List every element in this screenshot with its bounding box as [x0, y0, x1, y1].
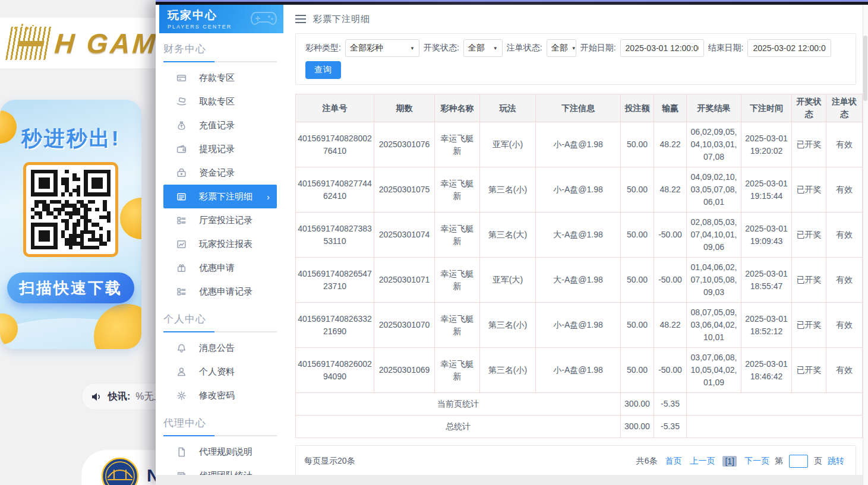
summary-row: 当前页统计300.00-5.35: [296, 393, 863, 416]
bet-cell: 有效: [826, 303, 863, 348]
search-button[interactable]: 查询: [305, 61, 341, 79]
bet-cell: 401569174082633221690: [296, 303, 374, 348]
first-page-link[interactable]: 首页: [665, 456, 681, 467]
column-header: 输赢: [654, 94, 687, 122]
sidebar-item-report-chart[interactable]: 玩家投注报表: [163, 232, 277, 256]
summary-bet-total: 300.00: [621, 393, 654, 416]
bet-cell: 04,09,02,10,03,05,07,08,06,01: [687, 167, 741, 213]
bet-cell: 48.22: [654, 167, 687, 213]
pagination-bar: 每页显示20条 共6条 首页 上一页 [1] 下一页 第 页 跳转: [295, 445, 856, 477]
bet-row: 40156917408263322169020250301070幸运飞艇新第三名…: [296, 303, 863, 348]
players-center-header: 玩家中心 PLAYERS CENTER: [159, 5, 283, 33]
jump-link[interactable]: 跳转: [828, 456, 844, 467]
chevron-down-icon: ▼: [410, 46, 415, 51]
prev-page-link[interactable]: 上一页: [690, 456, 715, 467]
bet-cell: 有效: [826, 122, 863, 167]
sidebar-item-purse[interactable]: 资金记录: [163, 161, 277, 185]
end-date-input[interactable]: [747, 39, 831, 57]
bet-cell: 第三名(小): [480, 348, 536, 393]
draw-status-select[interactable]: 全部 ▼: [463, 39, 503, 57]
jump-page-input[interactable]: [789, 455, 808, 468]
sidebar-item-label: 彩票下注明细: [199, 191, 252, 202]
top-band: [156, 0, 868, 5]
newspaper-icon: [176, 471, 187, 476]
chevron-down-icon: ▼: [493, 46, 498, 51]
sidebar-item-label: 代理规则说明: [199, 446, 252, 458]
bet-cell: 03,07,06,08,10,05,04,02,01,09: [687, 348, 741, 393]
bet-cell: 48.22: [654, 122, 687, 167]
bet-cell: 小-A盘@1.98: [536, 122, 621, 167]
sidebar-item-label: 取款专区: [199, 96, 235, 107]
sidebar-item-hall-list[interactable]: 厅室投注记录: [163, 208, 277, 232]
current-page-badge: [1]: [722, 456, 737, 467]
scrollbar-thumb[interactable]: [863, 36, 867, 101]
bet-cell: 第三名(大): [480, 213, 536, 258]
menu-toggle-icon[interactable]: [295, 15, 306, 23]
sidebar-item-bell[interactable]: 消息公告: [163, 336, 277, 360]
section-underline: [163, 61, 277, 62]
bet-cell: 幸运飞艇新: [435, 303, 480, 348]
money-bag-icon: [176, 121, 187, 131]
sidebar-item-money-bag[interactable]: 充值记录: [163, 113, 277, 137]
jump-suffix: 页: [814, 456, 822, 467]
sidebar-item-gift[interactable]: 优惠申请: [163, 256, 277, 280]
end-date-label: 结束日期:: [708, 43, 744, 53]
sidebar-item-label: 提现记录: [199, 144, 235, 155]
table-header-row: 注单号期数彩种名称玩法下注信息投注额输赢开奖结果下注时间开奖状态注单状态: [296, 94, 863, 122]
lottery-type-value: 全部彩种: [350, 43, 383, 53]
site-header-band: H GAME: [0, 18, 178, 68]
document-icon: [176, 447, 187, 457]
column-header: 注单号: [296, 94, 374, 122]
speaker-icon: [91, 392, 103, 402]
sidebar-section-title: 代理中心: [163, 416, 277, 430]
purse-icon: [176, 168, 187, 178]
column-header: 投注额: [621, 94, 654, 122]
bet-cell: 有效: [826, 258, 863, 303]
lottery-type-select[interactable]: 全部彩种 ▼: [345, 39, 419, 57]
bet-cell: 幸运飞艇新: [435, 258, 480, 303]
bet-cell: 20250301075: [374, 167, 435, 213]
sidebar-item-wallet[interactable]: 提现记录: [163, 137, 277, 161]
bet-status-value: 全部: [551, 43, 568, 53]
sidebar-item-bet-list[interactable]: 彩票下注明细›: [163, 185, 277, 208]
summary-winloss-total: -5.35: [654, 393, 687, 416]
bet-cell: 48.22: [654, 303, 687, 348]
summary-winloss-total: -5.35: [654, 416, 687, 438]
bet-status-select[interactable]: 全部 ▼: [547, 39, 576, 57]
sidebar-item-gear[interactable]: 修改密码: [163, 383, 277, 407]
bet-cell: 50.00: [621, 348, 654, 393]
hh-game-logo: H GAME: [8, 26, 178, 61]
bet-cell: 幸运飞艇新: [435, 213, 480, 258]
sidebar-item-label: 个人资料: [199, 366, 235, 378]
summary-bet-total: 300.00: [621, 416, 654, 438]
sidebar-item-document[interactable]: 代理规则说明: [163, 440, 277, 464]
bet-cell: 401569174082654723710: [296, 258, 374, 303]
sidebar-item-promo-list[interactable]: 优惠申请记录: [163, 280, 277, 303]
download-button[interactable]: 扫描快速下载: [7, 272, 134, 303]
decor-gold-circle: [120, 198, 141, 239]
bet-cell: 401569174082600294090: [296, 348, 374, 393]
summary-empty: [687, 416, 863, 438]
sidebar-item-person[interactable]: 个人资料: [163, 360, 277, 383]
bet-cell: 有效: [826, 348, 863, 393]
sidebar-item-label: 资金记录: [199, 167, 235, 179]
sidebar-item-deposit-card[interactable]: 存款专区: [163, 66, 277, 90]
next-page-link[interactable]: 下一页: [744, 456, 769, 467]
bet-cell: 小-A盘@1.98: [536, 348, 621, 393]
bet-table: 注单号期数彩种名称玩法下注信息投注额输赢开奖结果下注时间开奖状态注单状态 401…: [295, 94, 863, 438]
bet-cell: 20250301070: [374, 303, 435, 348]
bet-cell: 06,02,09,05,04,10,03,01,07,08: [687, 122, 741, 167]
bet-cell: 亚军(大): [480, 258, 536, 303]
sidebar-item-withdraw-hand[interactable]: 取款专区: [163, 90, 277, 113]
bet-cell: 2025-03-01 18:55:47: [741, 258, 792, 303]
filter-bar: 彩种类型: 全部彩种 ▼ 开奖状态: 全部 ▼ 注单状态: 全部 ▼: [295, 33, 856, 85]
bet-cell: 第三名(小): [480, 167, 536, 213]
bet-row: 40156917408273835311020250301074幸运飞艇新第三名…: [296, 213, 863, 258]
scrollbar[interactable]: [863, 5, 868, 485]
summary-row: 总统计300.00-5.35: [296, 416, 863, 438]
summary-empty: [687, 393, 863, 416]
sidebar-item-label: 修改密码: [199, 390, 235, 401]
bet-cell: 幸运飞艇新: [435, 122, 480, 167]
sidebar-item-newspaper[interactable]: 代理团队统计: [163, 464, 277, 475]
start-date-input[interactable]: [620, 39, 704, 57]
